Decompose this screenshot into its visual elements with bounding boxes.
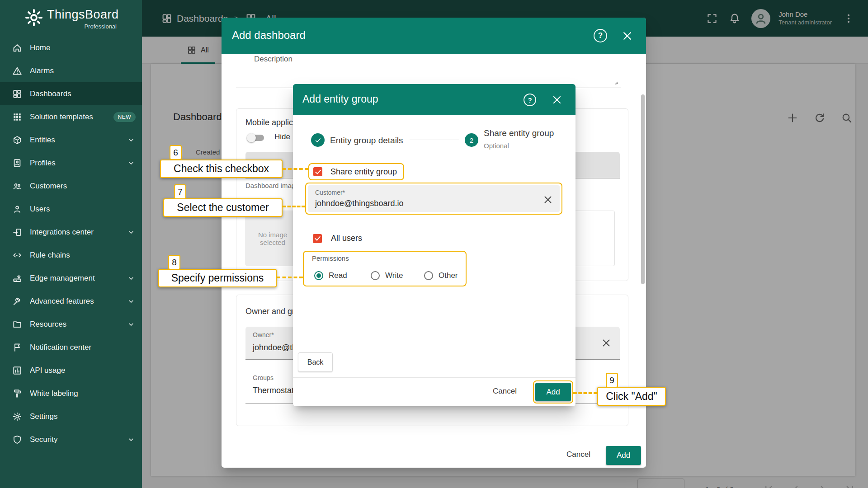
resize-handle-icon[interactable] <box>612 79 619 86</box>
brand-subtitle: Professional <box>47 23 117 30</box>
sidebar-item-users[interactable]: Users <box>0 197 142 221</box>
chevron-down-icon <box>127 320 136 329</box>
sidebar-item-advanced-features[interactable]: Advanced features <box>0 290 142 313</box>
stepper-divider <box>410 140 459 140</box>
permission-radio-other[interactable]: Other <box>424 270 458 281</box>
sidebar-item-label: Edge management <box>30 274 127 283</box>
dialog-title: Add dashboard <box>232 29 306 42</box>
radio-unselected-icon <box>424 271 433 280</box>
hide-toggle[interactable] <box>248 135 264 141</box>
sidebar-item-alarms[interactable]: Alarms <box>0 59 142 82</box>
sidebar-item-label: Rule chains <box>30 251 136 260</box>
clear-owner-icon[interactable] <box>601 338 612 348</box>
sidebar-item-notification-center[interactable]: Notification center <box>0 336 142 359</box>
sidebar-item-label: Entities <box>30 136 127 145</box>
customer-field[interactable]: Customer* johndoe@thingsboard.io <box>308 185 560 212</box>
sidebar-item-white-labeling[interactable]: White labeling <box>0 382 142 405</box>
all-users-checkbox[interactable] <box>313 234 322 243</box>
annotation-connector-8 <box>277 277 303 278</box>
add-entity-group-dialog: Add entity group ? Entity group details … <box>293 84 576 406</box>
new-badge: NEW <box>113 112 136 122</box>
clear-customer-icon[interactable] <box>542 194 553 205</box>
sidebar-nav: HomeAlarmsDashboardsSolution templatesNE… <box>0 36 142 451</box>
help-icon[interactable]: ? <box>524 94 536 106</box>
sidebar-item-label: Security <box>30 435 127 444</box>
sidebar-item-dashboards[interactable]: Dashboards <box>0 82 142 105</box>
cancel-button[interactable]: Cancel <box>566 450 590 459</box>
advanced-icon <box>12 296 22 306</box>
entities-icon <box>12 135 22 145</box>
permission-radio-write[interactable]: Write <box>371 270 403 281</box>
sidebar-item-resources[interactable]: Resources <box>0 313 142 336</box>
radio-label: Read <box>329 271 347 280</box>
sidebar-item-solution-templates[interactable]: Solution templatesNEW <box>0 105 142 128</box>
integrations-icon <box>12 227 22 237</box>
description-field[interactable]: Description <box>236 46 621 88</box>
step-2-label[interactable]: Share entity group <box>484 128 554 138</box>
customer-field-label: Customer* <box>315 189 345 196</box>
chevron-down-icon <box>127 159 136 168</box>
sidebar-item-customers[interactable]: Customers <box>0 174 142 197</box>
annotation-connector-6 <box>283 168 308 170</box>
no-image-placeholder: No image selected <box>246 211 300 266</box>
chevron-down-icon <box>127 297 136 306</box>
sidebar-item-rule-chains[interactable]: Rule chains <box>0 244 142 267</box>
permissions-group-highlight: Permissions ReadWriteOther <box>303 251 467 286</box>
sidebar-item-label: Alarms <box>30 66 136 75</box>
sidebar-item-integrations-center[interactable]: Integrations center <box>0 221 142 244</box>
permission-radio-read[interactable]: Read <box>314 270 347 281</box>
all-users-label: All users <box>331 234 362 243</box>
radio-label: Other <box>439 271 458 280</box>
radio-unselected-icon <box>371 271 380 280</box>
close-icon[interactable] <box>551 94 563 106</box>
sidebar-item-edge-management[interactable]: Edge management <box>0 267 142 290</box>
sidebar-item-label: Advanced features <box>30 297 127 306</box>
notification-icon <box>12 343 22 352</box>
add-button[interactable]: Add <box>606 446 641 465</box>
groups-field-label: Groups <box>253 374 274 381</box>
annotation-click-add: Click "Add" <box>597 387 666 406</box>
back-button[interactable]: Back <box>298 352 333 372</box>
groups-field-value: Thermostats <box>253 386 298 395</box>
annotation-select-customer: Select the customer <box>163 198 283 217</box>
screen: ThingsBoard Professional HomeAlarmsDashb… <box>0 0 868 488</box>
share-entity-group-highlight: Share entity group <box>308 163 404 180</box>
thingsboard-logo-icon <box>24 7 44 28</box>
sidebar: ThingsBoard Professional HomeAlarmsDashb… <box>0 0 142 488</box>
home-icon <box>12 43 22 53</box>
sidebar-item-label: API usage <box>30 366 136 375</box>
alarm-icon <box>12 66 22 76</box>
cancel-button[interactable]: Cancel <box>493 387 517 396</box>
sidebar-item-profiles[interactable]: Profiles <box>0 151 142 174</box>
sidebar-item-home[interactable]: Home <box>0 36 142 59</box>
annotation-specify-permissions: Specify permissions <box>158 269 277 287</box>
sidebar-item-label: Notification center <box>30 343 136 352</box>
chevron-down-icon <box>127 136 136 145</box>
dashboard-image-label: Dashboard image <box>245 182 299 189</box>
annotation-connector-7 <box>283 206 305 207</box>
sidebar-item-label: Customers <box>30 182 136 191</box>
close-icon[interactable] <box>621 30 633 42</box>
sidebar-item-entities[interactable]: Entities <box>0 128 142 151</box>
sidebar-item-settings[interactable]: Settings <box>0 405 142 428</box>
share-entity-group-label: Share entity group <box>330 167 397 177</box>
annotation-number-6: 6 <box>170 145 182 160</box>
annotation-check-checkbox: Check this checkbox <box>160 160 283 178</box>
owner-field-label: Owner* <box>253 331 274 338</box>
sidebar-item-api-usage[interactable]: API usage <box>0 359 142 382</box>
check-icon <box>314 136 322 144</box>
brand-logo[interactable]: ThingsBoard Professional <box>0 0 142 36</box>
sidebar-item-security[interactable]: Security <box>0 428 142 451</box>
dialog-scrollbar[interactable] <box>641 94 645 284</box>
sidebar-item-label: Home <box>30 43 136 52</box>
add-button[interactable]: Add <box>535 383 571 401</box>
chevron-down-icon <box>127 274 136 283</box>
api-icon <box>12 366 22 375</box>
help-icon[interactable]: ? <box>594 29 607 42</box>
customer-field-highlight: Customer* johndoe@thingsboard.io <box>305 183 562 215</box>
sidebar-item-label: Integrations center <box>30 228 127 237</box>
step-1-label[interactable]: Entity group details <box>330 136 403 145</box>
sidebar-item-label: Solution templates <box>30 113 110 122</box>
share-entity-group-checkbox[interactable] <box>313 167 322 176</box>
all-users-row: All users <box>313 234 362 243</box>
